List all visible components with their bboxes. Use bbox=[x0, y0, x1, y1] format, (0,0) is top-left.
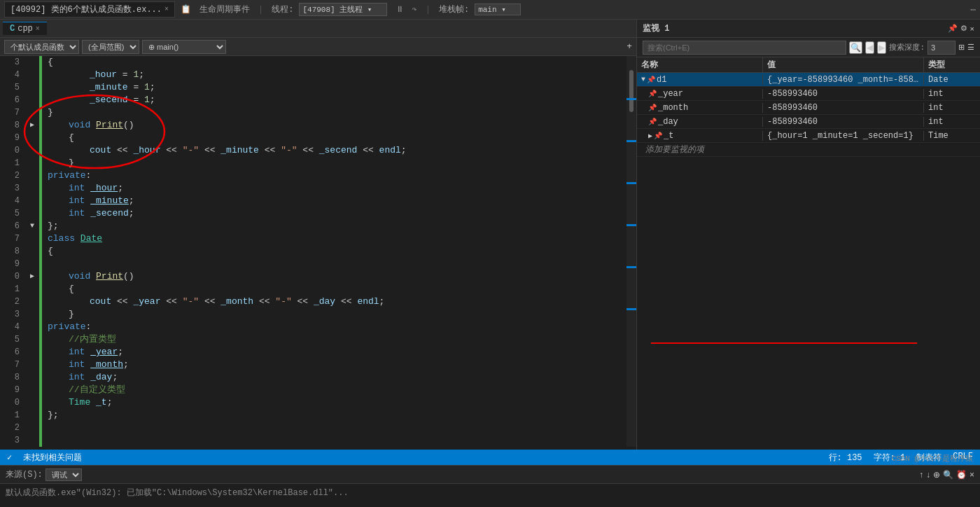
source-label: 来源(S): bbox=[6, 468, 43, 480]
code-line-7: } bbox=[48, 106, 626, 119]
expand-d1[interactable]: ▼ bbox=[641, 76, 645, 83]
toolbar-expand[interactable]: ⋯ bbox=[970, 4, 976, 15]
code-line-26: int _year; bbox=[48, 346, 626, 359]
code-line-23: } bbox=[48, 308, 626, 321]
watch-pin-btn[interactable]: 📌 bbox=[948, 24, 958, 33]
output-text: 默认成员函数.exe"(Win32): 已加载"C:\Windows\Syste… bbox=[6, 488, 349, 498]
watch-close-btn[interactable]: × bbox=[970, 24, 974, 33]
status-bar: ✓ 未找到相关问题 行: 135 字符: 1 制表符 CRLF bbox=[0, 450, 980, 465]
code-line-30: Time _t; bbox=[48, 396, 626, 409]
wr-type-month: int bbox=[924, 103, 980, 113]
pin-icon-day: 📌 bbox=[648, 118, 657, 126]
stack-label: 堆栈帧: bbox=[436, 4, 472, 15]
tab-close-icon[interactable]: × bbox=[36, 25, 40, 33]
watch-search-next[interactable]: ▶ bbox=[877, 41, 886, 54]
editor-area: C cpp × 个默认成员函数 (全局范围) ⊕ main() + bbox=[0, 20, 637, 450]
project-tab[interactable]: [40992] 类的6个默认成员函数.ex... × bbox=[4, 1, 175, 18]
watch-search-bar: 🔍 ◀ ▶ 搜索深度: ⊞ ☰ bbox=[637, 38, 980, 57]
bottom-icon1[interactable]: ↑ bbox=[919, 470, 923, 480]
watch-title: 监视 1 bbox=[643, 22, 669, 34]
wr-value-t: {_hour=1 _minute=1 _secend=1} bbox=[763, 131, 924, 141]
code-line-12: private: bbox=[48, 169, 626, 182]
code-content: { _hour = 1; _minute = 1; _secend = 1; }… bbox=[42, 56, 626, 447]
code-line-31: }; bbox=[48, 409, 626, 422]
bottom-icon4[interactable]: 🔍 bbox=[943, 470, 953, 480]
bottom-content: 默认成员函数.exe"(Win32): 已加载"C:\Windows\Syste… bbox=[0, 484, 980, 501]
bottom-toolbar-icons: ↑ ↓ ⊕ 🔍 ⏰ × bbox=[919, 470, 974, 480]
event-icon: 📋 bbox=[178, 4, 194, 15]
stack-select[interactable]: main ▾ bbox=[475, 4, 521, 15]
expand-t[interactable]: ▶ bbox=[648, 132, 652, 140]
bottom-panel: 来源(S): 调试 ↑ ↓ ⊕ 🔍 ⏰ × 默认成员函数.exe"(Win32)… bbox=[0, 465, 980, 507]
watch-column-headers: 名称 值 类型 bbox=[637, 57, 980, 73]
code-line-5: _minute = 1; bbox=[48, 81, 626, 94]
bottom-icon2[interactable]: ↓ bbox=[926, 470, 930, 480]
bottom-tabs: 来源(S): 调试 ↑ ↓ ⊕ 🔍 ⏰ × bbox=[0, 466, 980, 484]
watch-search-input[interactable] bbox=[643, 41, 846, 55]
function-select[interactable]: ⊕ main() bbox=[142, 40, 226, 54]
wr-type-year: int bbox=[924, 89, 980, 99]
code-line-15: int _secend; bbox=[48, 207, 626, 220]
file-cpp-icon: C bbox=[10, 24, 15, 34]
watch-header: 监视 1 📌 ⚙ × bbox=[637, 20, 980, 38]
code-line-27: int _month; bbox=[48, 359, 626, 371]
depth-input[interactable] bbox=[927, 41, 955, 55]
depth-label: 搜索深度: bbox=[889, 42, 925, 53]
watch-format-btn[interactable]: ⊞ bbox=[958, 43, 965, 52]
code-line-10: cout << _hour << "-" << _minute << "-" <… bbox=[48, 144, 626, 157]
gutter: ▶ ▼ ▶ bbox=[25, 56, 39, 447]
watch-settings-btn[interactable]: ⚙ bbox=[960, 24, 967, 33]
code-line-8: void Print() bbox=[48, 119, 626, 132]
code-line-20: void Print() bbox=[48, 270, 626, 283]
code-container[interactable]: 3 4 5 6 7 8 9 0 1 2 3 4 5 6 7 8 9 bbox=[0, 56, 636, 450]
project-tab-label: [40992] 类的6个默认成员函数.ex... bbox=[10, 4, 162, 15]
row-col: 行: 135 bbox=[829, 452, 862, 464]
code-line-29: //自定义类型 bbox=[48, 384, 626, 396]
pin-icon-t: 📌 bbox=[654, 132, 662, 140]
line-label: 线程: bbox=[269, 4, 296, 15]
watch-add-row[interactable]: 添加要监视的项 bbox=[637, 143, 980, 157]
project-tab-close[interactable]: × bbox=[164, 6, 169, 13]
col-name: 名称 bbox=[637, 57, 763, 72]
code-line-19 bbox=[48, 258, 626, 270]
wr-type-t: Time bbox=[924, 131, 980, 141]
wr-type-day: int bbox=[924, 117, 980, 127]
thread-select[interactable]: [47908] 主线程 ▾ bbox=[299, 3, 386, 16]
d1-name: d1 bbox=[657, 75, 666, 85]
code-line-11: } bbox=[48, 157, 626, 169]
watch-add-label: 添加要监视的项 bbox=[641, 142, 708, 157]
wr-type-d1: Date bbox=[924, 75, 980, 85]
top-toolbar: [40992] 类的6个默认成员函数.ex... × 📋 生命周期事件 | 线程… bbox=[0, 0, 980, 20]
editor-tab-cpp[interactable]: C cpp × bbox=[3, 22, 47, 35]
tab-cpp-label: cpp bbox=[18, 24, 33, 34]
source-select[interactable]: 调试 bbox=[46, 468, 82, 481]
day-name: _day bbox=[658, 117, 678, 127]
code-line-17: class Date bbox=[48, 232, 626, 245]
add-watch-icon[interactable]: + bbox=[626, 41, 632, 52]
watch-search-button[interactable]: 🔍 bbox=[849, 41, 862, 54]
year-name: _year bbox=[658, 89, 683, 99]
code-line-25: //内置类型 bbox=[48, 333, 626, 346]
wr-name-t: ▶ 📌 _t bbox=[637, 131, 763, 141]
bottom-icon5[interactable]: ⏰ bbox=[956, 470, 967, 480]
watch-list-btn[interactable]: ☰ bbox=[967, 43, 974, 52]
function-dropdown[interactable]: 个默认成员函数 bbox=[4, 40, 79, 54]
wr-name-month: 📌 _month bbox=[637, 103, 763, 113]
watch-row-day[interactable]: 📌 _day -858993460 int bbox=[637, 115, 980, 129]
code-line-4: _hour = 1; bbox=[48, 69, 626, 81]
pin-icon-month: 📌 bbox=[648, 104, 657, 112]
pause-icon: ⏸ bbox=[393, 4, 407, 15]
month-name: _month bbox=[658, 103, 688, 113]
scope-dropdown[interactable]: (全局范围) bbox=[82, 40, 139, 54]
bottom-close[interactable]: × bbox=[969, 470, 974, 480]
bottom-icon3[interactable]: ⊕ bbox=[933, 470, 940, 480]
watch-rows: ▼ 📌 d1 {_year=-858993460 _month=-8589934… bbox=[637, 73, 980, 450]
col-value: 值 bbox=[763, 57, 924, 72]
watch-row-d1[interactable]: ▼ 📌 d1 {_year=-858993460 _month=-8589934… bbox=[637, 73, 980, 87]
watch-search-prev[interactable]: ◀ bbox=[865, 41, 874, 54]
wr-name-year: 📌 _year bbox=[637, 89, 763, 99]
watch-row-month[interactable]: 📌 _month -858993460 int bbox=[637, 101, 980, 115]
watch-row-year[interactable]: 📌 _year -858993460 int bbox=[637, 87, 980, 101]
editor-tabs: C cpp × bbox=[0, 20, 636, 38]
right-scrollbar[interactable] bbox=[626, 56, 636, 447]
